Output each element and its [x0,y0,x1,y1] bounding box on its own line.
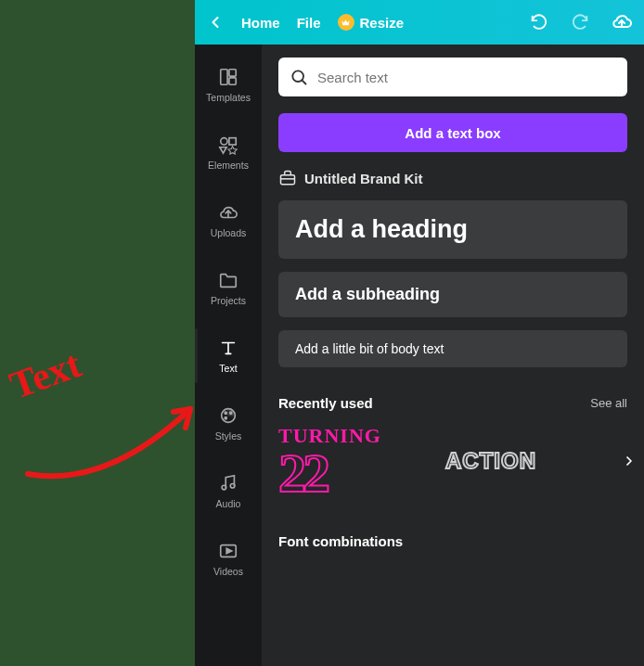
sidebar-label: Elements [208,160,249,171]
search-box[interactable] [278,58,627,96]
sidebar: Templates Elements Uploads Projects Text [195,45,262,666]
home-button[interactable]: Home [241,15,280,31]
svg-marker-6 [220,147,226,153]
resize-label: Resize [360,15,405,31]
add-text-box-button[interactable]: Add a text box [278,113,627,152]
chevron-right-icon [622,454,637,468]
sidebar-label: Styles [215,430,242,442]
resize-button[interactable]: Resize [338,14,405,31]
projects-icon [218,270,238,290]
add-subheading-button[interactable]: Add a subheading [278,272,627,317]
svg-point-14 [225,417,226,419]
audio-icon [218,473,238,493]
elements-icon [218,134,238,155]
videos-icon [218,541,238,561]
sidebar-item-audio[interactable]: Audio [195,467,262,515]
sidebar-label: Videos [213,566,243,577]
svg-point-13 [230,412,232,414]
undo-button[interactable] [529,12,549,32]
text-icon [218,338,238,358]
chevron-left-icon [206,13,225,32]
sidebar-item-elements[interactable]: Elements [195,129,262,176]
svg-point-4 [221,138,227,145]
card-line2: 22 [278,448,418,498]
search-input[interactable] [317,70,616,85]
sidebar-label: Audio [216,498,241,509]
search-icon [290,68,308,86]
brand-kit-icon [278,169,297,187]
see-all-link[interactable]: See all [590,396,627,410]
brand-kit-row[interactable]: Untitled Brand Kit [278,169,627,187]
sidebar-item-uploads[interactable]: Uploads [195,197,262,244]
font-combinations-title: Font combinations [278,533,627,549]
svg-point-16 [230,483,235,488]
text-style-card[interactable]: ACTION [445,448,536,474]
styles-icon [218,405,238,426]
svg-rect-2 [229,70,236,76]
text-panel: Add a text box Untitled Brand Kit Add a … [262,45,644,666]
svg-point-12 [225,412,226,414]
svg-rect-1 [221,70,227,85]
brand-kit-label: Untitled Brand Kit [304,171,423,186]
svg-line-20 [302,80,305,83]
sidebar-item-videos[interactable]: Videos [195,535,262,583]
sidebar-label: Text [219,363,237,374]
sidebar-item-projects[interactable]: Projects [195,264,262,312]
scroll-right-button[interactable] [618,447,640,475]
cloud-save-icon[interactable] [611,11,633,33]
svg-rect-5 [229,138,236,145]
svg-marker-18 [226,548,232,554]
sidebar-item-text[interactable]: Text [195,332,262,379]
uploads-icon [218,202,238,223]
file-button[interactable]: File [297,15,321,31]
add-heading-button[interactable]: Add a heading [278,200,627,259]
back-button[interactable] [206,13,225,32]
sidebar-item-styles[interactable]: Styles [195,400,262,447]
sidebar-label: Projects [211,295,246,306]
recently-used-cards: TURNING 22 ACTION [278,424,627,498]
crown-icon [338,14,354,31]
recently-used-title: Recently used [278,395,373,411]
sidebar-item-templates[interactable]: Templates [195,61,262,109]
text-style-card[interactable]: TURNING 22 [278,424,418,498]
templates-icon [218,67,238,87]
sidebar-label: Uploads [211,227,247,238]
add-body-text-button[interactable]: Add a little bit of body text [278,330,627,367]
svg-rect-3 [229,78,236,84]
top-toolbar: Home File Resize [195,0,644,45]
annotation-arrow [23,386,209,497]
sidebar-label: Templates [206,92,251,103]
svg-rect-21 [281,175,295,185]
svg-point-15 [222,485,226,490]
redo-button[interactable] [570,12,590,32]
